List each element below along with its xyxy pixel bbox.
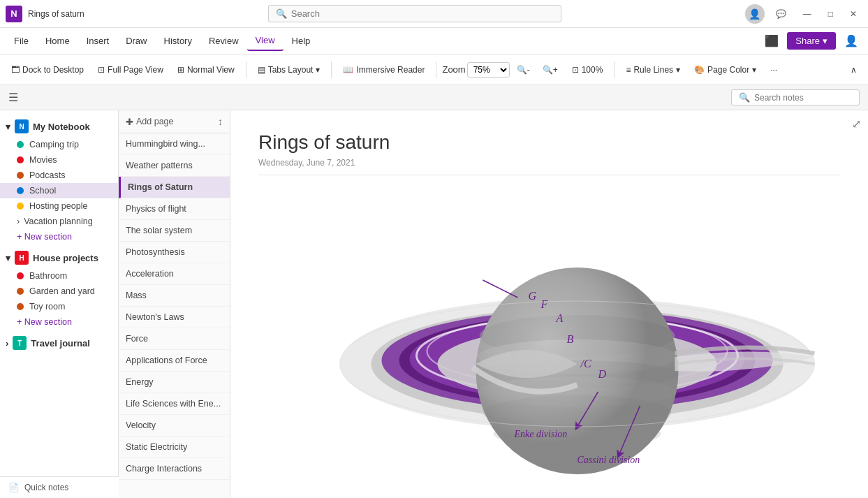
dock-to-desktop-button[interactable]: 🗔 Dock to Desktop [6,62,89,78]
sidebar-item-podcasts[interactable]: Podcasts [0,168,118,183]
share-label: Share [795,36,820,46]
garden-label: Garden and yard [29,286,95,296]
zoom-out-button[interactable]: 🔍- [511,62,536,78]
sidebar-item-vacation[interactable]: › Vacation planning [0,214,118,229]
new-section-house-label: + New section [17,317,72,327]
zoom-100-button[interactable]: ⊡ 100% [566,62,609,78]
menu-history[interactable]: History [156,31,200,50]
add-page-button[interactable]: ✚ Add page [126,117,174,127]
new-section-label: + New section [17,232,72,242]
avatar[interactable]: 👤 [745,4,765,24]
maximize-button[interactable]: □ [823,6,839,22]
page-list-header: ✚ Add page ↕ [119,110,230,133]
search-notes-input[interactable] [754,93,852,103]
person-icon[interactable]: 👤 [840,31,862,50]
normal-view-button[interactable]: ⊞ Normal View [172,62,240,78]
page-static[interactable]: Static Electricity [119,437,230,458]
menu-insert[interactable]: Insert [78,31,118,50]
search-notes-box[interactable]: 🔍 [731,89,860,105]
sidebar-item-hosting[interactable]: Hosting people [0,198,118,214]
chevron-down-icon-house: ▾ [6,253,10,263]
new-section-house[interactable]: + New section [0,314,118,330]
title-search-box[interactable]: 🔍 [268,5,561,22]
zoom-in-button[interactable]: 🔍+ [537,62,564,78]
menu-review[interactable]: Review [200,31,247,50]
page-color-icon: 🎨 [694,65,705,75]
tabs-layout-button[interactable]: ▤ Tabs Layout ▾ [252,62,326,78]
page-newtons[interactable]: Newton's Laws [119,307,230,328]
page-color-label: Page Color [707,65,749,75]
page-applications[interactable]: Applications of Force [119,350,230,372]
my-notebook-header[interactable]: ▾ N My Notebook [0,116,118,137]
app-title: Rings of saturn [28,9,84,19]
new-section-my-notebook[interactable]: + New section [0,229,118,244]
title-search-input[interactable] [291,8,554,19]
full-page-view-button[interactable]: ⊡ Full Page View [92,62,169,78]
house-projects-header[interactable]: ▾ H House projects [0,247,118,268]
normal-view-label: Normal View [187,65,235,75]
rule-lines-label: Rule Lines [633,65,673,75]
main-container: ▾ N My Notebook Camping trip Movies Podc… [0,110,868,498]
svg-text:F: F [540,298,548,310]
page-velocity[interactable]: Velocity [119,415,230,437]
page-title: Rings of saturn [258,131,840,154]
page-charge[interactable]: Charge Interactions [119,458,230,480]
more-button[interactable]: ··· [765,62,783,78]
my-notebook-section: ▾ N My Notebook Camping trip Movies Podc… [0,116,118,244]
zoom-select[interactable]: 75% 100% 125% 150% [467,62,510,78]
menu-help[interactable]: Help [284,31,319,50]
sidebar-item-movies[interactable]: Movies [0,152,118,168]
quick-notes-item[interactable]: 📄 Quick notes [0,476,119,498]
rule-lines-button[interactable]: ≡ Rule Lines ▾ [620,62,686,78]
page-mass[interactable]: Mass [119,285,230,307]
menu-view[interactable]: View [247,31,284,51]
svg-text:Cassini division: Cassini division [578,455,640,465]
reader-icon: 📖 [343,65,353,75]
page-hummingbird[interactable]: Hummingbird wing... [119,133,230,155]
close-button[interactable]: ✕ [844,6,862,22]
sidebar-item-camping[interactable]: Camping trip [0,137,118,152]
minimize-button[interactable]: — [797,6,817,22]
menu-file[interactable]: File [6,31,37,50]
page-lifesciences[interactable]: Life Sciences with Ene... [119,393,230,415]
page-force[interactable]: Force [119,328,230,350]
svg-text:Enke division: Enke division [514,429,568,439]
menu-home[interactable]: Home [37,31,78,50]
page-solar[interactable]: The solar system [119,220,230,242]
sidebar-item-toyroom[interactable]: Toy room [0,299,118,314]
sidebar-item-bathroom[interactable]: Bathroom [0,268,118,284]
expand-button[interactable]: ⤢ [852,117,861,131]
page-physics[interactable]: Physics of flight [119,198,230,220]
page-acceleration[interactable]: Acceleration [119,263,230,285]
sidebar-toggle-icon[interactable]: ⬛ [760,31,783,50]
menu-draw[interactable]: Draw [117,31,155,50]
page-color-button[interactable]: 🎨 Page Color ▾ [689,62,762,78]
quick-notes-icon: 📄 [8,483,19,492]
add-page-label: Add page [136,117,174,126]
page-photosynthesis[interactable]: Photosynthesis [119,242,230,263]
collapse-toolbar-button[interactable]: ∧ [845,62,862,78]
page-weather[interactable]: Weather patterns [119,155,230,177]
travel-journal-header[interactable]: › T Travel journal [0,332,118,353]
podcasts-label: Podcasts [29,170,65,180]
svg-line-22 [483,280,518,298]
hamburger-icon[interactable]: ☰ [8,91,18,104]
travel-journal-section: › T Travel journal [0,332,118,353]
bathroom-label: Bathroom [29,271,67,281]
share-button[interactable]: Share ▾ [787,32,836,50]
hosting-label: Hosting people [29,201,87,211]
notebook-label: My Notebook [33,122,90,132]
zoom-100-label: 100% [582,65,603,75]
page-rings[interactable]: Rings of Saturn [119,177,230,198]
tabs-icon: ▤ [258,65,265,75]
sidebar-item-school[interactable]: School [0,183,118,198]
immersive-reader-button[interactable]: 📖 Immersive Reader [337,62,430,78]
house-notebook-icon: H [15,251,29,265]
zoom-label: Zoom [442,64,465,75]
sort-button[interactable]: ↕ [218,116,223,127]
svg-text:D: D [598,368,607,380]
feedback-icon[interactable]: 💬 [770,6,792,22]
reader-label: Immersive Reader [356,65,425,75]
page-energy[interactable]: Energy [119,372,230,393]
sidebar-item-garden[interactable]: Garden and yard [0,284,118,299]
